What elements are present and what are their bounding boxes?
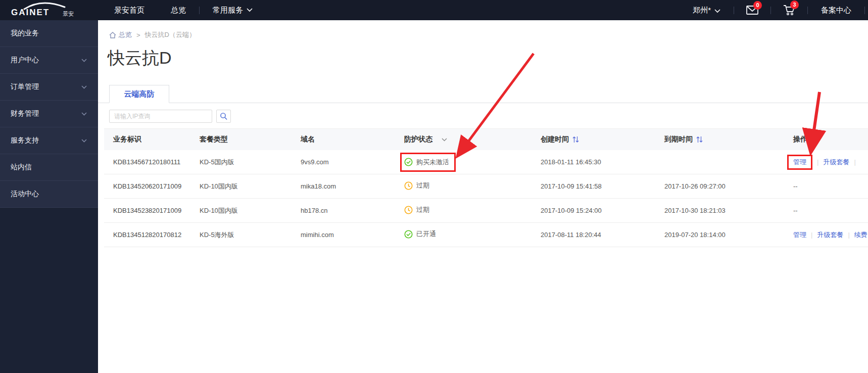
cell-protection-status: 购买未激活 [404, 153, 541, 172]
messages-button[interactable]: 0 [734, 6, 770, 15]
sidebar-item-0[interactable]: 我的业务 [0, 20, 98, 47]
column-header-5: 到期时间 [664, 135, 793, 144]
breadcrumb-overview-link[interactable]: 总览 [109, 30, 132, 39]
action-separator: | [811, 231, 812, 239]
cell-created-time: 2017-08-11 18:20:44 [541, 231, 664, 239]
topbar: GAINET 景安 景安首页总览常用服务 郑州* 0 [0, 0, 868, 20]
cell-created-time: 2017-10-09 15:41:58 [541, 182, 664, 190]
column-header-label: 操作 [793, 135, 807, 144]
topnav-item-1[interactable]: 总览 [158, 0, 199, 20]
status-label: 购买未激活 [416, 158, 449, 167]
sort-icon[interactable] [696, 136, 703, 143]
sidebar: 我的业务用户中心订单管理财务管理服务支持站内信活动中心 [0, 20, 98, 373]
cell-service-id: KDB134520620171009 [113, 182, 200, 190]
clock-icon [404, 206, 413, 214]
status-value: 过期 [404, 181, 429, 190]
topnav-item-2[interactable]: 常用服务 [200, 0, 266, 20]
column-header-3: 防护状态 [404, 135, 541, 144]
sidebar-item-5[interactable]: 站内信 [0, 154, 98, 181]
sidebar-item-label: 我的业务 [11, 29, 39, 38]
sidebar-item-3[interactable]: 财务管理 [0, 101, 98, 127]
action-separator: | [848, 231, 849, 239]
search-button[interactable] [216, 110, 231, 123]
action-link-管理[interactable]: 管理 [793, 158, 806, 167]
chevron-down-icon [714, 6, 720, 15]
status-label: 过期 [416, 205, 429, 214]
topnav-item-0[interactable]: 景安首页 [101, 0, 158, 20]
cell-actions: -- [793, 207, 868, 214]
manage-highlight-box: 管理 [787, 155, 812, 170]
column-header-label: 创建时间 [541, 135, 569, 144]
sidebar-item-2[interactable]: 订单管理 [0, 74, 98, 101]
cell-domain: mimihi.com [301, 231, 404, 239]
cell-protection-status: 过期 [404, 205, 541, 216]
sidebar-item-label: 服务支持 [11, 136, 39, 145]
beian-center-link[interactable]: 备案中心 [808, 0, 864, 20]
column-header-4: 创建时间 [541, 135, 664, 144]
topnav-item-label: 常用服务 [213, 6, 243, 15]
gainet-logo[interactable]: GAINET 景安 [9, 0, 90, 20]
status-value: 过期 [404, 205, 429, 214]
column-header-2: 域名 [301, 135, 404, 144]
column-header-0: 业务标识 [113, 135, 200, 144]
topnav-item-label: 总览 [171, 6, 186, 15]
cell-created-time: 2018-01-11 16:45:30 [541, 158, 664, 166]
topnav-item-label: 景安首页 [114, 6, 144, 15]
ip-search-input[interactable] [109, 110, 212, 123]
logo-brand-cn: 景安 [63, 10, 74, 18]
breadcrumb-current: 快云抗D（云端） [145, 30, 196, 39]
chevron-down-icon [81, 139, 87, 143]
sidebar-item-label: 财务管理 [11, 109, 39, 118]
cart-button[interactable]: 3 [771, 5, 807, 16]
cell-service-id: KDB134567120180111 [113, 158, 200, 166]
column-header-label: 套餐类型 [200, 135, 228, 144]
search-icon [220, 112, 228, 120]
cell-domain: 9vs9.com [301, 158, 404, 166]
cell-expire-time: 2019-07-20 18:14:00 [664, 231, 793, 239]
messages-badge: 0 [753, 1, 762, 10]
table-row-3: KDB134512820170812KD-5海外版mimihi.com已开通20… [104, 223, 868, 247]
status-label: 已开通 [416, 229, 436, 239]
topbar-divider [864, 7, 865, 14]
action-link-升级套餐[interactable]: 升级套餐 [817, 230, 843, 240]
cell-protection-status: 已开通 [404, 229, 541, 240]
filter-chevron-icon[interactable] [442, 138, 447, 142]
sidebar-item-4[interactable]: 服务支持 [0, 127, 98, 154]
service-table: 业务标识套餐类型域名防护状态创建时间到期时间操作 KDB134567120180… [104, 128, 868, 247]
sidebar-item-label: 订单管理 [11, 82, 39, 91]
breadcrumb-home-label: 总览 [119, 30, 132, 39]
chevron-down-icon [247, 8, 253, 12]
action-link-续费[interactable]: 续费 [854, 230, 867, 240]
table-row-2: KDB134523820171009KD-10国内版hb178.cn过期2017… [104, 199, 868, 223]
column-header-label: 防护状态 [404, 135, 432, 144]
sidebar-item-label: 站内信 [11, 163, 32, 172]
breadcrumb-separator: > [136, 31, 140, 39]
main-content: 总览 > 快云抗D（云端） 快云抗D 云端高防 业务标识套餐类型域名防护状态创建… [98, 20, 868, 373]
sort-icon[interactable] [572, 136, 579, 143]
action-link-升级套餐[interactable]: 升级套餐 [823, 158, 849, 167]
action-link-管理[interactable]: 管理 [793, 230, 806, 240]
sidebar-item-label: 活动中心 [11, 190, 39, 199]
sidebar-item-1[interactable]: 用户中心 [0, 47, 98, 74]
table-row-1: KDB134520620171009KD-10国内版mika18.com过期20… [104, 174, 868, 199]
region-selector[interactable]: 郑州* [680, 0, 734, 20]
column-header-1: 套餐类型 [200, 135, 301, 144]
table-header-row: 业务标识套餐类型域名防护状态创建时间到期时间操作 [104, 128, 868, 150]
status-label: 过期 [416, 181, 429, 190]
chevron-down-icon [81, 112, 87, 116]
cell-expire-time: 2017-10-26 09:27:00 [664, 182, 793, 190]
check-circle-icon [404, 158, 413, 166]
column-header-label: 域名 [301, 135, 315, 144]
home-icon [109, 32, 116, 38]
cell-plan-type: KD-10国内版 [200, 182, 301, 191]
clock-icon [404, 181, 413, 190]
tab-cloud-protection[interactable]: 云端高防 [109, 85, 169, 103]
region-label: 郑州* [693, 6, 711, 15]
column-header-label: 到期时间 [664, 135, 693, 144]
actions-empty: -- [793, 207, 798, 214]
sidebar-item-6[interactable]: 活动中心 [0, 181, 98, 208]
cell-plan-type: KD-5国内版 [200, 158, 301, 167]
cell-actions: 管理|升级套餐| [793, 158, 868, 167]
cart-badge: 3 [790, 1, 799, 9]
action-separator: | [854, 158, 855, 166]
